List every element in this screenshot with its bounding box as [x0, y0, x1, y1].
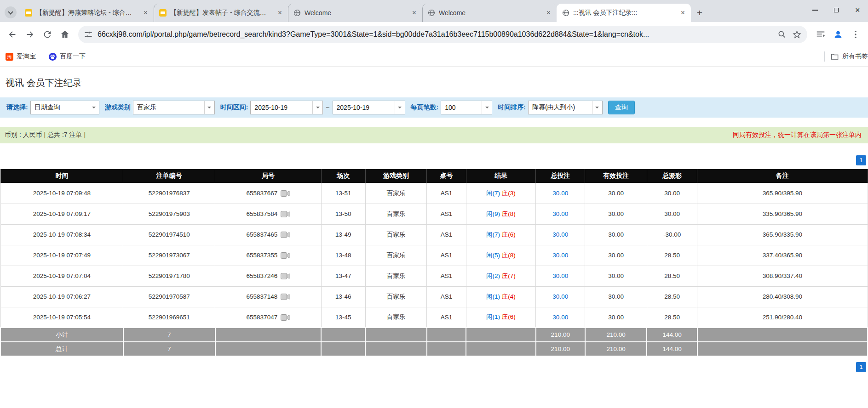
bet-records-table: 时间注单编号局号场次游戏类别桌号结果总投注有效投注总派彩备注 2025-10-1… — [0, 169, 868, 357]
cell-payout: 28.50 — [647, 266, 697, 286]
cell-session: 13-46 — [321, 286, 365, 307]
query-button[interactable]: 查询 — [608, 101, 635, 114]
maximize-button[interactable] — [826, 0, 847, 20]
filter-bar: 请选择: 日期查询 游戏类别 百家乐 时间区间: 2025-10-19 ~ 20… — [0, 97, 868, 118]
column-header: 总投注 — [536, 169, 585, 183]
bookmark-star-icon[interactable] — [792, 30, 802, 40]
forward-button[interactable] — [21, 26, 39, 43]
chevron-down-icon — [8, 9, 13, 14]
video-icon[interactable] — [281, 252, 290, 259]
total-bet-link[interactable]: 30.00 — [552, 314, 568, 321]
url-text[interactable]: 66cxkj98.com/ipl/portal.php/game/betreco… — [98, 30, 773, 39]
cell-bet-id: 522901976837 — [123, 183, 215, 204]
video-icon[interactable] — [281, 211, 290, 217]
video-icon[interactable] — [281, 273, 290, 279]
subtotal-valid-bet: 210.00 — [585, 328, 647, 342]
round-number: 655837246 — [247, 272, 278, 279]
cell-result: 闲(7) 庄(6) — [466, 224, 536, 245]
date-to-select[interactable]: 2025-10-19 — [333, 101, 405, 114]
total-bet-link[interactable]: 30.00 — [552, 231, 568, 238]
minimize-button[interactable] — [805, 0, 826, 20]
home-button[interactable] — [56, 26, 74, 43]
back-button[interactable] — [4, 26, 21, 43]
cell-bet-id: 522901973067 — [123, 245, 215, 266]
video-icon[interactable] — [281, 232, 290, 238]
cell-note: 251.90/280.40 — [697, 307, 868, 328]
total-bet-link[interactable]: 30.00 — [552, 272, 568, 279]
subtotal-row: 小计 7 210.00 210.00 144.00 — [0, 328, 868, 342]
cell-table-number: AS1 — [427, 224, 466, 245]
column-header: 总派彩 — [647, 169, 697, 183]
tab-close-icon[interactable]: × — [141, 9, 150, 17]
video-icon[interactable] — [281, 314, 290, 321]
address-bar[interactable]: 66cxkj98.com/ipl/portal.php/game/betreco… — [78, 26, 807, 43]
sort-select[interactable]: 降幂(由大到小) — [528, 101, 603, 114]
site-info-icon[interactable] — [84, 30, 93, 39]
date-mode-select[interactable]: 日期查询 — [30, 101, 99, 114]
cell-table-number: AS1 — [427, 204, 466, 224]
bookmark-baidu[interactable]: 百度一下 — [49, 52, 86, 61]
chevron-down-icon — [312, 101, 322, 114]
svg-text:淘: 淘 — [7, 54, 12, 59]
cell-time: 2025-10-19 07:05:54 — [0, 307, 123, 328]
cell-game-type: 百家乐 — [365, 224, 426, 245]
video-icon[interactable] — [281, 294, 290, 300]
browser-tab[interactable]: 【新提醒】发表帖子 - 综合交流… × — [154, 4, 288, 22]
close-button[interactable]: × — [847, 0, 868, 20]
tab-title: 【新提醒】海燕策略论坛 - 综合… — [36, 9, 138, 17]
cell-empty — [365, 342, 426, 356]
tab-close-icon[interactable]: × — [544, 9, 553, 17]
side-panel-button[interactable] — [812, 26, 829, 43]
cell-payout: 28.50 — [647, 286, 697, 307]
chevron-down-icon — [482, 101, 492, 114]
new-tab-button[interactable]: + — [693, 6, 707, 20]
tab-title: Welcome — [439, 9, 540, 17]
cell-time: 2025-10-19 07:07:04 — [0, 266, 123, 286]
cell-total-bet: 30.00 — [536, 286, 585, 307]
browser-tab[interactable]: :::视讯 会员下注纪录::: × — [557, 4, 691, 22]
table-row: 2025-10-19 07:07:49 522901973067 6558373… — [0, 245, 868, 266]
profile-button[interactable] — [829, 26, 847, 43]
game-type-select[interactable]: 百家乐 — [133, 101, 215, 114]
reload-button[interactable] — [39, 26, 56, 43]
page-size-select[interactable]: 100 — [441, 101, 492, 114]
cell-valid-bet: 30.00 — [585, 245, 647, 266]
browser-tab[interactable]: Welcome × — [288, 4, 422, 22]
browser-tab[interactable]: 【新提醒】海燕策略论坛 - 综合… × — [19, 4, 154, 22]
zoom-icon[interactable] — [777, 30, 787, 39]
cell-empty — [466, 328, 536, 342]
total-bet-link[interactable]: 30.00 — [552, 293, 568, 300]
cell-valid-bet: 30.00 — [585, 286, 647, 307]
date-mode-value: 日期查询 — [34, 103, 60, 112]
total-bet-link[interactable]: 30.00 — [552, 210, 568, 217]
currency-summary: 币别 : 人民币 | 总共 :7 注单 | — [5, 131, 86, 139]
browser-tab[interactable]: Welcome × — [422, 4, 557, 22]
column-header: 时间 — [0, 169, 123, 183]
cell-empty — [697, 328, 868, 342]
column-header: 桌号 — [427, 169, 466, 183]
video-icon[interactable] — [281, 190, 290, 197]
all-bookmarks-button[interactable]: 所有书签 — [819, 47, 868, 66]
tab-search-button[interactable] — [5, 6, 17, 18]
tab-close-icon[interactable]: × — [410, 9, 419, 17]
cell-time: 2025-10-19 07:09:17 — [0, 204, 123, 224]
result-player: 闲(2) — [486, 272, 500, 279]
total-bet-link[interactable]: 30.00 — [552, 252, 568, 259]
kebab-menu-icon — [851, 29, 861, 40]
bookmark-aitaobao[interactable]: 淘 爱淘宝 — [6, 52, 36, 61]
round-number: 655837355 — [247, 252, 278, 259]
table-header-row: 时间注单编号局号场次游戏类别桌号结果总投注有效投注总派彩备注 — [0, 169, 868, 183]
page-number-button[interactable]: 1 — [856, 362, 866, 372]
tab-close-icon[interactable]: × — [276, 9, 284, 17]
tab-close-icon[interactable]: × — [678, 9, 687, 17]
menu-button[interactable] — [847, 26, 864, 43]
round-number: 655837465 — [247, 231, 278, 238]
cell-bet-id: 522901975903 — [123, 204, 215, 224]
date-from-select[interactable]: 2025-10-19 — [250, 101, 323, 114]
page-number-button[interactable]: 1 — [856, 155, 866, 165]
pagination-top: 1 — [0, 155, 866, 165]
cell-payout: -30.00 — [647, 224, 697, 245]
total-bet-link[interactable]: 30.00 — [552, 190, 568, 197]
cell-result: 闲(7) 庄(3) — [466, 183, 536, 204]
cell-round: 655837148 — [215, 286, 322, 307]
